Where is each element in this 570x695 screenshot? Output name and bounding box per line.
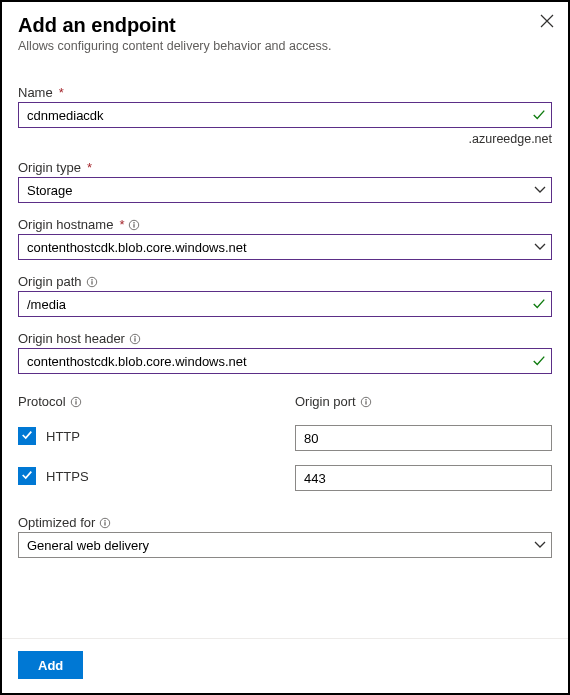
svg-point-7 [134,336,136,338]
http-checkbox[interactable] [18,427,36,445]
panel-subtitle: Allows configuring content delivery beha… [18,39,552,53]
origin-host-header-input[interactable] [18,348,552,374]
name-suffix: .azureedge.net [18,132,552,146]
svg-rect-2 [134,224,135,227]
optimized-for-select[interactable] [18,532,552,558]
svg-point-10 [75,399,77,401]
http-port-input[interactable] [295,425,552,451]
svg-point-1 [134,222,136,224]
close-icon [540,16,554,31]
add-button[interactable]: Add [18,651,83,679]
https-checkbox[interactable] [18,467,36,485]
info-icon[interactable] [86,276,98,288]
svg-point-4 [91,279,93,281]
panel-title: Add an endpoint [18,14,552,37]
origin-path-input[interactable] [18,291,552,317]
origin-type-select[interactable] [18,177,552,203]
https-port-input[interactable] [295,465,552,491]
svg-rect-17 [105,522,106,525]
name-label: Name* [18,85,552,100]
http-label: HTTP [46,429,80,444]
info-icon[interactable] [99,517,111,529]
https-label: HTTPS [46,469,89,484]
close-button[interactable] [540,14,554,31]
origin-hostname-select[interactable] [18,234,552,260]
info-icon[interactable] [360,396,372,408]
svg-rect-8 [134,338,135,341]
svg-rect-14 [365,401,366,404]
info-icon[interactable] [129,333,141,345]
origin-hostname-label: Origin hostname* [18,217,552,232]
info-icon[interactable] [128,219,140,231]
origin-type-label: Origin type* [18,160,552,175]
origin-host-header-label: Origin host header [18,331,552,346]
optimized-for-label: Optimized for [18,515,552,530]
protocol-label: Protocol [18,394,275,409]
name-input[interactable] [18,102,552,128]
svg-point-16 [105,520,107,522]
info-icon[interactable] [70,396,82,408]
svg-rect-11 [75,401,76,404]
svg-point-13 [365,399,367,401]
checkmark-icon [21,429,33,444]
checkmark-icon [21,469,33,484]
svg-rect-5 [91,281,92,284]
origin-path-label: Origin path [18,274,552,289]
origin-port-label: Origin port [295,394,552,409]
